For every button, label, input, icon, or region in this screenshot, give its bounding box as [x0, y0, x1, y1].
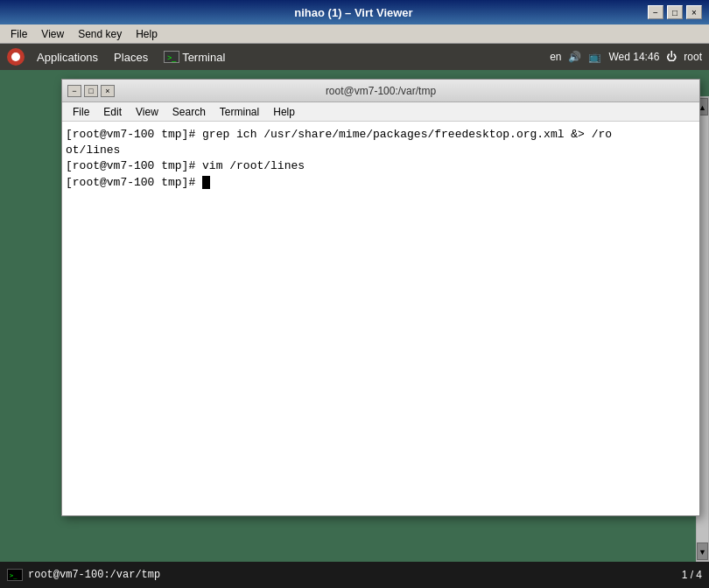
gnome-logo-icon: [7, 48, 25, 66]
terminal-line-4: [root@vm7-100 tmp]#: [66, 175, 696, 191]
terminal-window: − □ × root@vm7-100:/var/tmp File Edit Vi…: [61, 79, 700, 516]
virt-menu-help[interactable]: Help: [129, 26, 165, 42]
terminal-title: root@vm7-100:/var/tmp: [115, 85, 647, 97]
virt-viewer-window: nihao (1) – Virt Viewer − □ × File View …: [0, 0, 709, 588]
gnome-places[interactable]: Places: [107, 49, 155, 66]
status-terminal-icon: >_: [7, 569, 23, 581]
gnome-audio-icon: 🔊: [568, 51, 581, 63]
gnome-topbar: Applications Places >_ Terminal en 🔊 📺 W…: [0, 44, 709, 70]
status-path: root@vm7-100:/var/tmp: [28, 569, 160, 581]
terminal-cursor: [202, 176, 210, 189]
status-left: >_ root@vm7-100:/var/tmp: [7, 569, 160, 581]
terminal-close-btn[interactable]: ×: [101, 85, 115, 97]
terminal-titlebar: − □ × root@vm7-100:/var/tmp: [62, 80, 699, 102]
terminal-menu-file[interactable]: File: [66, 104, 96, 120]
close-button[interactable]: ×: [686, 5, 702, 19]
terminal-line-3: [root@vm7-100 tmp]# vim /root/lines: [66, 158, 696, 174]
virt-menu-sendkey[interactable]: Send key: [71, 26, 129, 42]
maximize-button[interactable]: □: [667, 5, 683, 19]
gnome-left-section: Applications Places >_ Terminal: [7, 48, 232, 66]
status-page-info: 1 / 4: [682, 569, 702, 581]
main-area: ▲ ▼ − □ × root@vm7-100:/var/tmp File Edi…: [0, 70, 709, 562]
virt-viewer-titlebar: nihao (1) – Virt Viewer − □ ×: [0, 0, 709, 24]
gnome-applications[interactable]: Applications: [30, 49, 105, 66]
terminal-line-2: ot/lines: [66, 143, 696, 158]
gnome-right-section: en 🔊 📺 Wed 14:46 ⏻ root: [550, 51, 702, 63]
status-bar: >_ root@vm7-100:/var/tmp 1 / 4: [0, 562, 709, 588]
gnome-terminal-menu[interactable]: >_ Terminal: [157, 49, 232, 66]
terminal-content[interactable]: [root@vm7-100 tmp]# grep ich /usr/share/…: [62, 122, 699, 515]
terminal-menu-edit[interactable]: Edit: [96, 104, 129, 120]
minimize-button[interactable]: −: [648, 5, 663, 19]
gnome-screen-icon: 📺: [588, 51, 601, 63]
gnome-lang: en: [550, 51, 561, 63]
scroll-down-btn[interactable]: ▼: [697, 542, 708, 560]
terminal-win-controls: − □ ×: [67, 85, 115, 97]
gnome-user: root: [684, 51, 702, 63]
svg-text:>_: >_: [10, 572, 18, 579]
terminal-menu-terminal[interactable]: Terminal: [213, 104, 266, 120]
virt-viewer-title: nihao (1) – Virt Viewer: [60, 6, 648, 19]
terminal-maximize-btn[interactable]: □: [84, 85, 98, 97]
gnome-power-icon: ⏻: [666, 51, 677, 63]
terminal-menu-view[interactable]: View: [129, 104, 165, 120]
terminal-line-1: [root@vm7-100 tmp]# grep ich /usr/share/…: [66, 127, 696, 143]
gnome-datetime: Wed 14:46: [608, 51, 659, 63]
virt-menu-file[interactable]: File: [4, 26, 34, 42]
virt-viewer-menubar: File View Send key Help: [0, 24, 709, 44]
virt-viewer-controls: − □ ×: [648, 5, 702, 19]
terminal-menu-help[interactable]: Help: [266, 104, 302, 120]
virt-menu-view[interactable]: View: [34, 26, 71, 42]
terminal-menu-search[interactable]: Search: [165, 104, 213, 120]
terminal-menubar: File Edit View Search Terminal Help: [62, 102, 699, 122]
svg-point-0: [11, 52, 20, 61]
terminal-minimize-btn[interactable]: −: [67, 85, 81, 97]
